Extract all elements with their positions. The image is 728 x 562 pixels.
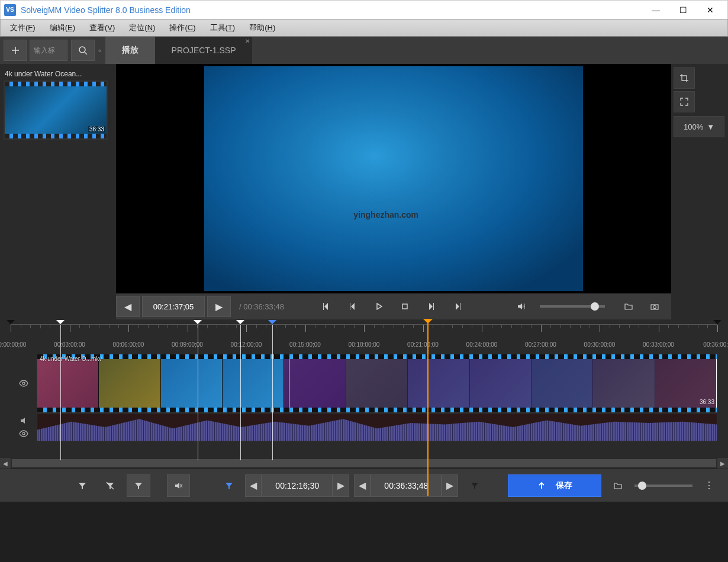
collapse-icon[interactable]: « bbox=[98, 47, 102, 54]
clip-thumbnail[interactable]: 36:33 bbox=[4, 80, 108, 140]
filter2-button[interactable] bbox=[98, 474, 122, 497]
svg-rect-1 bbox=[402, 304, 407, 309]
tab-play[interactable]: 播放 bbox=[105, 37, 155, 64]
menu-tools[interactable]: 工具(T) bbox=[203, 20, 243, 35]
snapshot-button[interactable] bbox=[643, 296, 666, 317]
filter1-button[interactable] bbox=[70, 474, 94, 497]
marker-blue-button[interactable] bbox=[217, 474, 241, 497]
open-folder-button[interactable] bbox=[617, 296, 640, 317]
scroll-thumb[interactable] bbox=[12, 459, 716, 467]
film-edge-icon bbox=[5, 82, 107, 86]
timeline-marker[interactable] bbox=[268, 320, 276, 328]
ruler-tick-label: 00:00:00;00 bbox=[0, 341, 26, 348]
add-button[interactable] bbox=[4, 40, 27, 61]
video-track[interactable]: 4k under Water O...mkv 36:33 bbox=[37, 354, 717, 413]
zoom-thumb[interactable] bbox=[638, 482, 646, 490]
playhead[interactable] bbox=[427, 320, 429, 496]
skip-fwd-icon bbox=[452, 302, 462, 311]
time1-next-button[interactable]: ▶ bbox=[333, 474, 349, 497]
timeline-tracks: 4k under Water O...mkv 36:33 bbox=[11, 354, 717, 441]
video-frame[interactable]: yinghezhan.com bbox=[204, 66, 583, 291]
timeline-marker[interactable] bbox=[7, 320, 15, 328]
eye-icon[interactable] bbox=[19, 429, 28, 438]
maximize-button[interactable]: ☐ bbox=[669, 1, 697, 19]
menu-view[interactable]: 查看(V) bbox=[82, 20, 122, 35]
funnel-slash-icon bbox=[105, 481, 115, 490]
bottom-folder-button[interactable] bbox=[606, 474, 630, 497]
step-fwd-button[interactable]: ▶ bbox=[207, 296, 231, 317]
search-icon bbox=[78, 46, 88, 55]
zoom-select[interactable]: 100%▼ bbox=[674, 116, 724, 137]
menu-navigate[interactable]: 定位(N) bbox=[122, 20, 162, 35]
step-back-button[interactable]: ◀ bbox=[116, 296, 140, 317]
skip-end-button[interactable] bbox=[445, 296, 469, 317]
skip-start-button[interactable] bbox=[315, 296, 339, 317]
menu-file[interactable]: 文件(F) bbox=[3, 20, 43, 35]
marker-dark-button[interactable] bbox=[463, 474, 487, 497]
zoom-slider[interactable] bbox=[634, 485, 693, 487]
close-tab-icon[interactable]: ✕ bbox=[245, 38, 250, 44]
current-time[interactable]: 00:21:37;05 bbox=[142, 296, 205, 317]
watermark-text: yinghezhan.com bbox=[353, 210, 418, 219]
svg-point-4 bbox=[22, 382, 25, 385]
filter3-button[interactable] bbox=[127, 474, 150, 497]
volume-button[interactable] bbox=[509, 296, 533, 317]
time2-value[interactable]: 00:36:33;48 bbox=[371, 474, 442, 497]
timeline-marker[interactable] bbox=[194, 320, 202, 328]
tab-project[interactable]: PROJECT-1.SSP✕ bbox=[155, 37, 253, 64]
time2-next-button[interactable]: ▶ bbox=[442, 474, 458, 497]
label-input[interactable]: 输入标 bbox=[30, 40, 67, 61]
bottom-toolbar: ◀ 00:12:16;30 ▶ ◀ 00:36:33;48 ▶ 保存 ⋮ bbox=[0, 469, 728, 502]
next-frame-icon bbox=[426, 302, 436, 311]
app-icon: VS bbox=[4, 4, 16, 16]
audio-track-row bbox=[11, 413, 717, 441]
menu-action[interactable]: 操作(C) bbox=[162, 20, 202, 35]
save-button[interactable]: 保存 bbox=[508, 474, 601, 497]
ruler-tick-label: 00:21:00;00 bbox=[407, 341, 439, 348]
crop-button[interactable] bbox=[674, 67, 695, 89]
track-duration: 36:33 bbox=[700, 399, 714, 405]
svg-point-5 bbox=[22, 432, 25, 435]
ruler-tick-label: 00:36:00;0 bbox=[703, 341, 728, 348]
mute-button[interactable] bbox=[167, 474, 191, 497]
next-frame-button[interactable] bbox=[419, 296, 443, 317]
volume-thumb[interactable] bbox=[591, 302, 599, 311]
time-field-2: ◀ 00:36:33;48 ▶ bbox=[354, 474, 458, 497]
eye-icon[interactable] bbox=[19, 379, 28, 388]
timeline-scrollbar[interactable]: ◀ ▶ bbox=[0, 458, 728, 469]
scroll-track[interactable] bbox=[12, 459, 716, 467]
time1-value[interactable]: 00:12:16;30 bbox=[262, 474, 333, 497]
stop-button[interactable] bbox=[393, 296, 417, 317]
film-edge-icon bbox=[37, 408, 717, 412]
selection-overlay[interactable] bbox=[289, 354, 717, 412]
scroll-left-button[interactable]: ◀ bbox=[0, 458, 11, 469]
time1-prev-button[interactable]: ◀ bbox=[245, 474, 262, 497]
speaker-icon[interactable] bbox=[19, 416, 28, 425]
track-label: 4k under Water O...mkv bbox=[40, 356, 102, 362]
menubar: 文件(F) 编辑(E) 查看(V) 定位(N) 操作(C) 工具(T) 帮助(H… bbox=[0, 19, 728, 37]
menu-edit[interactable]: 编辑(E) bbox=[43, 20, 82, 35]
audio-track[interactable] bbox=[37, 413, 717, 441]
prev-frame-button[interactable] bbox=[341, 296, 365, 317]
window-title: SolveigMM Video Splitter 8.0 Business Ed… bbox=[21, 5, 642, 15]
timeline-ruler[interactable]: 00:00:00;0000:03:00;0000:06:00;0000:09:0… bbox=[11, 324, 717, 354]
fullscreen-button[interactable] bbox=[674, 91, 695, 112]
folder-icon bbox=[624, 302, 633, 311]
volume-slider[interactable] bbox=[540, 305, 605, 308]
time-field-1: ◀ 00:12:16;30 ▶ bbox=[245, 474, 349, 497]
minimize-button[interactable]: — bbox=[642, 1, 669, 19]
timeline-marker[interactable] bbox=[236, 320, 244, 328]
timeline-marker[interactable] bbox=[56, 320, 65, 328]
menu-help[interactable]: 帮助(H) bbox=[242, 20, 282, 35]
time2-prev-button[interactable]: ◀ bbox=[354, 474, 371, 497]
ruler-tick-label: 00:33:00;00 bbox=[643, 341, 674, 348]
close-button[interactable]: ✕ bbox=[697, 1, 724, 19]
more-button[interactable]: ⋮ bbox=[697, 474, 721, 497]
timeline-marker[interactable] bbox=[713, 320, 721, 328]
ruler-tick-label: 00:27:00;00 bbox=[525, 341, 556, 348]
scroll-right-button[interactable]: ▶ bbox=[717, 458, 728, 469]
ruler-tick-label: 00:15:00;00 bbox=[289, 341, 321, 348]
search-button[interactable] bbox=[71, 40, 95, 61]
play-button[interactable] bbox=[367, 296, 391, 317]
ruler-tick-label: 00:06:00;00 bbox=[113, 341, 144, 348]
